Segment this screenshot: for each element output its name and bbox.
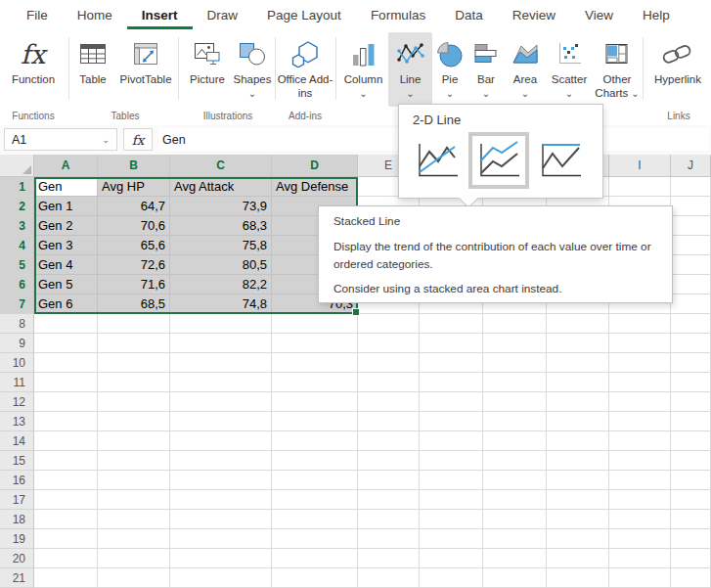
row-header-13[interactable]: 13 bbox=[0, 412, 34, 431]
area-chart-button[interactable]: Area ⌄ bbox=[505, 32, 546, 107]
cell-A18[interactable] bbox=[34, 510, 98, 529]
row-header-10[interactable]: 10 bbox=[0, 353, 34, 373]
cell-B21[interactable] bbox=[98, 568, 170, 588]
cell-B10[interactable] bbox=[98, 353, 170, 373]
cell-B8[interactable] bbox=[98, 314, 170, 334]
cell-E14[interactable] bbox=[358, 431, 420, 451]
cell-B19[interactable] bbox=[98, 529, 170, 549]
cell-C20[interactable] bbox=[170, 549, 272, 568]
cell-J10[interactable] bbox=[671, 353, 711, 373]
cell-I13[interactable] bbox=[609, 412, 671, 431]
cell-I16[interactable] bbox=[609, 471, 671, 490]
menu-tab-home[interactable]: Home bbox=[63, 0, 127, 29]
cell-C19[interactable] bbox=[170, 529, 272, 549]
cell-F8[interactable] bbox=[420, 314, 483, 334]
row-header-17[interactable]: 17 bbox=[0, 490, 34, 510]
cell-F16[interactable] bbox=[420, 471, 483, 490]
menu-tab-page-layout[interactable]: Page Layout bbox=[252, 0, 356, 29]
row-header-2[interactable]: 2 bbox=[0, 197, 34, 216]
cell-A9[interactable] bbox=[34, 334, 98, 353]
cell-C4[interactable]: 75,8 bbox=[170, 236, 272, 255]
cell-H19[interactable] bbox=[547, 529, 609, 549]
cell-J19[interactable] bbox=[671, 529, 711, 549]
cell-A15[interactable] bbox=[34, 451, 98, 471]
cell-D19[interactable] bbox=[272, 529, 358, 549]
cell-J11[interactable] bbox=[671, 373, 711, 392]
cell-C13[interactable] bbox=[170, 412, 272, 431]
cell-B16[interactable] bbox=[98, 471, 170, 490]
cell-E13[interactable] bbox=[358, 412, 420, 431]
cell-E15[interactable] bbox=[358, 451, 420, 471]
cell-J6[interactable] bbox=[671, 275, 711, 294]
row-header-8[interactable]: 8 bbox=[0, 314, 34, 334]
cell-J1[interactable] bbox=[671, 177, 711, 197]
cell-C7[interactable]: 74,8 bbox=[170, 294, 272, 314]
cell-H13[interactable] bbox=[547, 412, 609, 431]
picture-button[interactable]: Picture bbox=[184, 32, 231, 107]
cell-I17[interactable] bbox=[609, 490, 671, 510]
cell-C9[interactable] bbox=[170, 334, 272, 353]
cell-D13[interactable] bbox=[272, 412, 358, 431]
row-header-6[interactable]: 6 bbox=[0, 275, 34, 294]
cell-F13[interactable] bbox=[420, 412, 483, 431]
line-chart-button[interactable]: Line ⌄ bbox=[388, 32, 432, 107]
cell-G20[interactable] bbox=[483, 549, 547, 568]
cell-F15[interactable] bbox=[420, 451, 483, 471]
cell-C16[interactable] bbox=[170, 471, 272, 490]
cell-F10[interactable] bbox=[420, 353, 483, 373]
cell-G13[interactable] bbox=[483, 412, 547, 431]
cell-E19[interactable] bbox=[358, 529, 420, 549]
cell-D15[interactable] bbox=[272, 451, 358, 471]
cell-I1[interactable] bbox=[609, 177, 671, 197]
cell-B13[interactable] bbox=[98, 412, 170, 431]
cell-J5[interactable] bbox=[671, 255, 711, 275]
cell-A11[interactable] bbox=[34, 373, 98, 392]
cell-A13[interactable] bbox=[34, 412, 98, 431]
cell-J21[interactable] bbox=[671, 568, 711, 588]
cell-C3[interactable]: 68,3 bbox=[170, 216, 272, 236]
cell-I18[interactable] bbox=[609, 510, 671, 529]
cell-J15[interactable] bbox=[671, 451, 711, 471]
cell-C5[interactable]: 80,5 bbox=[170, 255, 272, 275]
row-header-20[interactable]: 20 bbox=[0, 549, 34, 568]
cell-C17[interactable] bbox=[170, 490, 272, 510]
select-all-button[interactable] bbox=[0, 155, 34, 177]
cell-J7[interactable] bbox=[671, 294, 711, 314]
cell-A21[interactable] bbox=[34, 568, 98, 588]
cell-I20[interactable] bbox=[609, 549, 671, 568]
chart-option-100-stacked-line[interactable] bbox=[536, 138, 585, 183]
cell-E8[interactable] bbox=[358, 314, 420, 334]
cell-H10[interactable] bbox=[547, 353, 609, 373]
cell-B2[interactable]: 64,7 bbox=[98, 197, 170, 216]
cell-A1[interactable]: Gen bbox=[34, 177, 98, 197]
cell-H20[interactable] bbox=[547, 549, 609, 568]
office-addins-button[interactable]: Office Add-ins bbox=[277, 32, 333, 107]
cell-H12[interactable] bbox=[547, 392, 609, 412]
bar-chart-button[interactable]: Bar ⌄ bbox=[467, 32, 505, 107]
cell-D20[interactable] bbox=[272, 549, 358, 568]
cell-B6[interactable]: 71,6 bbox=[98, 275, 170, 294]
cell-B20[interactable] bbox=[98, 549, 170, 568]
cell-B15[interactable] bbox=[98, 451, 170, 471]
cell-F18[interactable] bbox=[420, 510, 483, 529]
cell-C18[interactable] bbox=[170, 510, 272, 529]
cell-J4[interactable] bbox=[671, 236, 711, 255]
cell-A17[interactable] bbox=[34, 490, 98, 510]
cell-D9[interactable] bbox=[272, 334, 358, 353]
menu-tab-help[interactable]: Help bbox=[628, 0, 685, 29]
cell-I15[interactable] bbox=[609, 451, 671, 471]
name-box[interactable]: A1 ⌄ bbox=[4, 128, 117, 151]
cell-J20[interactable] bbox=[671, 549, 711, 568]
cell-B7[interactable]: 68,5 bbox=[98, 294, 170, 314]
cell-F14[interactable] bbox=[420, 431, 483, 451]
cell-E9[interactable] bbox=[358, 334, 420, 353]
pie-chart-button[interactable]: Pie ⌄ bbox=[432, 32, 467, 107]
cell-I14[interactable] bbox=[609, 431, 671, 451]
cell-C6[interactable]: 82,2 bbox=[170, 275, 272, 294]
cell-A7[interactable]: Gen 6 bbox=[34, 294, 98, 314]
cell-E18[interactable] bbox=[358, 510, 420, 529]
cell-H9[interactable] bbox=[547, 334, 609, 353]
cell-E11[interactable] bbox=[358, 373, 420, 392]
cell-G16[interactable] bbox=[483, 471, 547, 490]
cell-J12[interactable] bbox=[671, 392, 711, 412]
